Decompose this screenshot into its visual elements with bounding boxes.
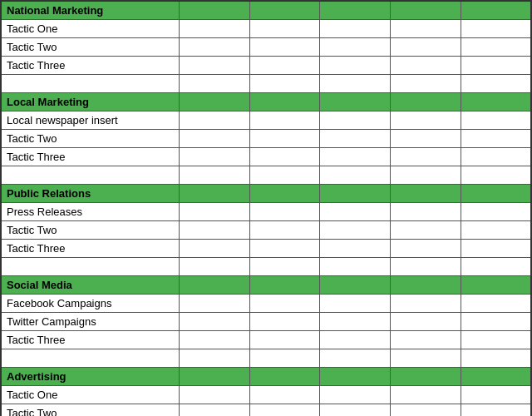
tactic-label[interactable]: Tactic One bbox=[1, 20, 180, 38]
tactic-label[interactable]: Tactic Two bbox=[1, 221, 180, 240]
tactic-label[interactable]: Tactic Three bbox=[1, 57, 180, 75]
data-cell[interactable] bbox=[461, 331, 531, 349]
data-cell[interactable] bbox=[461, 148, 531, 166]
data-cell[interactable] bbox=[320, 130, 391, 148]
data-cell[interactable] bbox=[461, 20, 531, 38]
data-cell[interactable] bbox=[391, 38, 461, 57]
data-cell[interactable] bbox=[320, 203, 391, 221]
data-cell[interactable] bbox=[320, 295, 391, 313]
data-cell[interactable] bbox=[391, 185, 461, 203]
data-cell[interactable] bbox=[180, 75, 250, 93]
data-cell[interactable] bbox=[249, 276, 320, 295]
data-cell[interactable] bbox=[320, 57, 391, 75]
data-cell[interactable] bbox=[249, 240, 320, 258]
data-cell[interactable] bbox=[461, 313, 531, 331]
data-cell[interactable] bbox=[180, 20, 250, 38]
data-cell[interactable] bbox=[249, 258, 320, 276]
data-cell[interactable] bbox=[249, 20, 320, 38]
data-cell[interactable] bbox=[320, 240, 391, 258]
data-cell[interactable] bbox=[461, 93, 531, 111]
data-cell[interactable] bbox=[180, 221, 250, 240]
data-cell[interactable] bbox=[391, 130, 461, 148]
data-cell[interactable] bbox=[461, 75, 531, 93]
data-cell[interactable] bbox=[320, 368, 391, 386]
data-cell[interactable] bbox=[391, 240, 461, 258]
data-cell[interactable] bbox=[180, 386, 250, 404]
data-cell[interactable] bbox=[391, 221, 461, 240]
data-cell[interactable] bbox=[391, 166, 461, 185]
data-cell[interactable] bbox=[320, 166, 391, 185]
data-cell[interactable] bbox=[249, 331, 320, 349]
data-cell[interactable] bbox=[180, 203, 250, 221]
data-cell[interactable] bbox=[249, 1, 320, 20]
data-cell[interactable] bbox=[320, 349, 391, 368]
data-cell[interactable] bbox=[391, 203, 461, 221]
data-cell[interactable] bbox=[391, 368, 461, 386]
data-cell[interactable] bbox=[249, 75, 320, 93]
data-cell[interactable] bbox=[180, 276, 250, 295]
data-cell[interactable] bbox=[320, 276, 391, 295]
data-cell[interactable] bbox=[461, 203, 531, 221]
data-cell[interactable] bbox=[180, 313, 250, 331]
data-cell[interactable] bbox=[461, 295, 531, 313]
tactic-label[interactable]: Tactic Three bbox=[1, 331, 180, 349]
data-cell[interactable] bbox=[180, 368, 250, 386]
data-cell[interactable] bbox=[391, 331, 461, 349]
data-cell[interactable] bbox=[461, 57, 531, 75]
data-cell[interactable] bbox=[249, 111, 320, 130]
data-cell[interactable] bbox=[461, 240, 531, 258]
data-cell[interactable] bbox=[180, 240, 250, 258]
tactic-label[interactable]: Tactic Two bbox=[1, 38, 180, 57]
data-cell[interactable] bbox=[391, 349, 461, 368]
data-cell[interactable] bbox=[391, 20, 461, 38]
data-cell[interactable] bbox=[180, 185, 250, 203]
data-cell[interactable] bbox=[461, 368, 531, 386]
data-cell[interactable] bbox=[320, 331, 391, 349]
tactic-label[interactable]: Local newspaper insert bbox=[1, 111, 180, 130]
data-cell[interactable] bbox=[461, 404, 531, 417]
data-cell[interactable] bbox=[249, 221, 320, 240]
data-cell[interactable] bbox=[461, 38, 531, 57]
data-cell[interactable] bbox=[320, 258, 391, 276]
data-cell[interactable] bbox=[391, 1, 461, 20]
data-cell[interactable] bbox=[180, 148, 250, 166]
data-cell[interactable] bbox=[461, 258, 531, 276]
data-cell[interactable] bbox=[461, 221, 531, 240]
data-cell[interactable] bbox=[180, 295, 250, 313]
data-cell[interactable] bbox=[249, 185, 320, 203]
data-cell[interactable] bbox=[180, 93, 250, 111]
data-cell[interactable] bbox=[391, 295, 461, 313]
data-cell[interactable] bbox=[249, 386, 320, 404]
data-cell[interactable] bbox=[461, 1, 531, 20]
data-cell[interactable] bbox=[249, 166, 320, 185]
data-cell[interactable] bbox=[249, 349, 320, 368]
data-cell[interactable] bbox=[391, 111, 461, 130]
data-cell[interactable] bbox=[461, 349, 531, 368]
data-cell[interactable] bbox=[249, 368, 320, 386]
data-cell[interactable] bbox=[391, 276, 461, 295]
data-cell[interactable] bbox=[180, 404, 250, 417]
tactic-label[interactable]: Tactic Two bbox=[1, 130, 180, 148]
data-cell[interactable] bbox=[320, 38, 391, 57]
data-cell[interactable] bbox=[320, 404, 391, 417]
data-cell[interactable] bbox=[320, 20, 391, 38]
tactic-label[interactable]: Facebook Campaigns bbox=[1, 295, 180, 313]
data-cell[interactable] bbox=[391, 148, 461, 166]
data-cell[interactable] bbox=[320, 148, 391, 166]
data-cell[interactable] bbox=[249, 295, 320, 313]
data-cell[interactable] bbox=[391, 386, 461, 404]
data-cell[interactable] bbox=[391, 93, 461, 111]
data-cell[interactable] bbox=[249, 404, 320, 417]
data-cell[interactable] bbox=[180, 111, 250, 130]
data-cell[interactable] bbox=[249, 93, 320, 111]
data-cell[interactable] bbox=[320, 93, 391, 111]
data-cell[interactable] bbox=[320, 221, 391, 240]
data-cell[interactable] bbox=[461, 386, 531, 404]
data-cell[interactable] bbox=[320, 185, 391, 203]
data-cell[interactable] bbox=[391, 57, 461, 75]
tactic-label[interactable]: Tactic Two bbox=[1, 404, 180, 417]
data-cell[interactable] bbox=[249, 57, 320, 75]
data-cell[interactable] bbox=[461, 111, 531, 130]
data-cell[interactable] bbox=[391, 404, 461, 417]
tactic-label[interactable]: Tactic One bbox=[1, 386, 180, 404]
